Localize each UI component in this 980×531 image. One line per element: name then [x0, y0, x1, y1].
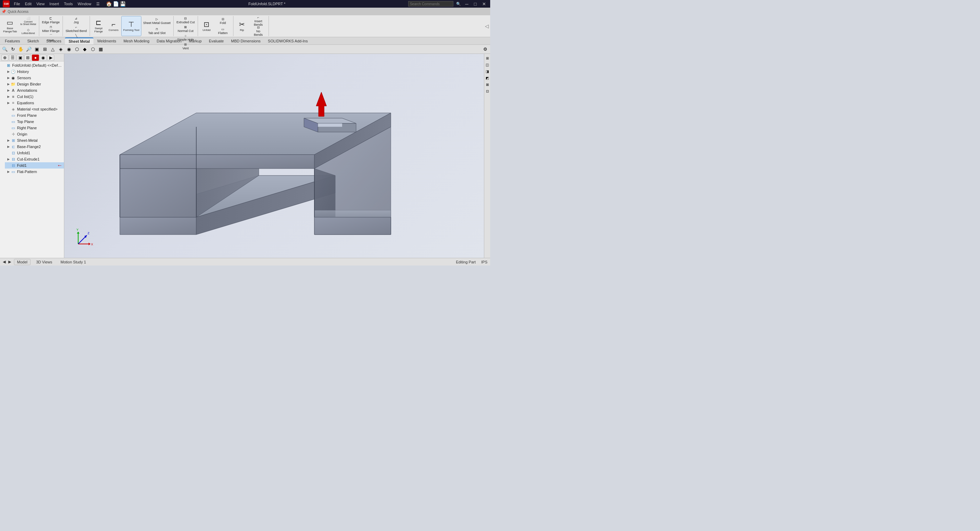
minimize-button[interactable]: ─ — [464, 2, 470, 6]
tree-item-material[interactable]: ◈ Material <not specified> — [5, 106, 64, 112]
panel-btn-add[interactable]: ⊞ — [24, 54, 31, 61]
corners-button[interactable]: ⌐ Corners — [106, 16, 121, 36]
quick-access-save[interactable]: 💾 — [120, 1, 126, 6]
tree-item-unfold1[interactable]: ⊡ Unfold1 — [5, 150, 64, 156]
tab-features[interactable]: Features — [2, 38, 23, 44]
panel-btn-play[interactable]: ▶ — [47, 54, 54, 61]
right-btn-3[interactable]: ◨ — [485, 69, 490, 74]
cmd-display1[interactable]: ◈ — [57, 46, 64, 53]
miter-flange-button[interactable]: ⊓ Miter Flange — [41, 25, 61, 33]
scroll-left[interactable]: ◀ — [3, 260, 6, 264]
maximize-button[interactable]: □ — [473, 2, 478, 6]
tab-motion-study[interactable]: Motion Study 1 — [58, 259, 89, 265]
tab-3d-views[interactable]: 3D Views — [33, 259, 55, 265]
tab-sketch[interactable]: Sketch — [24, 38, 42, 44]
cmd-zoom[interactable]: 🔎 — [25, 46, 32, 53]
right-btn-6[interactable]: ⊡ — [485, 88, 490, 94]
tree-item-root[interactable]: ⊞ FoldUnfold (Default) <<Default>_Disp — [0, 62, 64, 69]
tree-item-origin[interactable]: ✛ Origin — [5, 131, 64, 137]
panel-btn-list[interactable]: ☰ — [9, 54, 16, 61]
tree-item-base-flange2[interactable]: ▶ ⊏ Base-Flange2 — [5, 144, 64, 150]
panel-btn-dot[interactable]: ● — [32, 54, 39, 61]
rip-button[interactable]: ✂ Rip — [235, 16, 250, 36]
menu-file[interactable]: File — [12, 1, 22, 7]
menu-window[interactable]: Window — [76, 1, 94, 7]
menu-view[interactable]: View — [34, 1, 47, 7]
panel-btn-grid[interactable]: ▣ — [17, 54, 24, 61]
toolbar-pin[interactable]: 📌 — [2, 10, 6, 14]
base-flange-button[interactable]: ▭ BaseFlange/Tab — [2, 16, 19, 36]
swept-flange-button[interactable]: ⊏ SweptFlange — [91, 16, 106, 36]
toolbar-collapse[interactable]: ◁ — [485, 23, 489, 29]
tab-sheet-metal[interactable]: Sheet Metal — [65, 38, 93, 45]
quick-access-new[interactable]: 🏠 — [106, 1, 112, 6]
tree-item-right-plane[interactable]: ▭ Right Plane — [5, 125, 64, 131]
right-btn-2[interactable]: ◫ — [485, 62, 490, 67]
tree-item-design-binder[interactable]: ▶ 📁 Design Binder — [5, 81, 64, 87]
tab-addins[interactable]: SOLIDWORKS Add-Ins — [264, 38, 311, 44]
tab-mesh-modeling[interactable]: Mesh Modeling — [120, 38, 153, 44]
tab-model[interactable]: Model — [14, 259, 30, 265]
tree-item-front-plane[interactable]: ▭ Front Plane — [5, 112, 64, 118]
cmd-display2[interactable]: ◉ — [65, 46, 72, 53]
tab-mbd[interactable]: MBD Dimensions — [228, 38, 264, 44]
tab-markup[interactable]: Markup — [186, 38, 205, 44]
sheet-metal-gusset-button[interactable]: ▷ Sheet Metal Gusset — [142, 17, 172, 26]
lofted-bend-button[interactable]: ◇ Lofted-Bend — [19, 27, 38, 36]
convert-sheet-button[interactable]: ⬜ Convertto Sheet Metal — [19, 17, 38, 26]
menu-extra[interactable]: ☰ — [94, 1, 102, 7]
search-input[interactable] — [408, 1, 453, 6]
cmd-display4[interactable]: ◆ — [81, 46, 88, 53]
cmd-pan[interactable]: ✋ — [18, 46, 24, 53]
tab-slot-button[interactable]: ⊓ Tab and Slot — [142, 27, 172, 36]
jog-button[interactable]: ⊿ Jog — [64, 16, 88, 25]
cmd-view2[interactable]: ⊞ — [41, 46, 48, 53]
cmd-view1[interactable]: ▣ — [33, 46, 40, 53]
tab-evaluate[interactable]: Evaluate — [205, 38, 227, 44]
cmd-view3[interactable]: △ — [49, 46, 56, 53]
tree-item-fold1[interactable]: ⊟ Fold1 ← — [5, 162, 64, 169]
tree-item-history[interactable]: ▶ 🕐 History — [5, 69, 64, 75]
menu-tools[interactable]: Tools — [62, 1, 75, 7]
cmd-rotate[interactable]: ↻ — [10, 46, 16, 53]
flatten-button[interactable]: ▭ Flatten — [214, 27, 232, 36]
right-btn-1[interactable]: ⊞ — [485, 55, 490, 61]
tree-item-sheet-metal[interactable]: ▶ ⊞ Sheet-Metal — [5, 137, 64, 144]
tree-item-sensors[interactable]: ▶ ◉ Sensors — [5, 75, 64, 81]
tab-weldments[interactable]: Weldments — [94, 38, 120, 44]
cmd-display3[interactable]: ⬡ — [73, 46, 80, 53]
tab-surfaces[interactable]: Surfaces — [43, 38, 65, 44]
viewport[interactable]: X Y Z — [64, 54, 484, 258]
close-button[interactable]: ✕ — [481, 2, 487, 6]
edge-flange-button[interactable]: ⊏ Edge Flange — [41, 16, 61, 25]
menu-insert[interactable]: Insert — [47, 1, 61, 7]
extruded-cut-button[interactable]: ⊟ Extruded Cut — [175, 16, 196, 25]
right-btn-5[interactable]: ⊠ — [485, 82, 490, 87]
cmd-section[interactable]: ▦ — [97, 46, 104, 53]
sheet-metal-label: Sheet-Metal — [17, 138, 62, 142]
tab-data-migration[interactable]: Data Migration — [153, 38, 185, 44]
tree-item-equations[interactable]: ▶ = Equations — [5, 100, 64, 106]
forming-tool-button[interactable]: ⊤ Forming Tool — [121, 16, 142, 36]
sketched-bend-button[interactable]: ⌐ Sketched Bend — [64, 25, 88, 33]
search-icon[interactable]: 🔍 — [456, 2, 461, 6]
menu-edit[interactable]: Edit — [23, 1, 34, 7]
right-btn-4[interactable]: ◩ — [485, 75, 490, 81]
scroll-right[interactable]: ▶ — [8, 260, 11, 264]
cmd-filter[interactable]: 🔍 — [2, 46, 8, 53]
insert-bends-button[interactable]: ⌐ InsertBends — [250, 17, 267, 26]
unfold-button[interactable]: ⊡ Unfold — [199, 16, 214, 36]
tree-item-annotations[interactable]: ▶ A Annotations — [5, 87, 64, 94]
tree-item-cut-extrude1[interactable]: ▶ ⊟ Cut-Extrude1 — [5, 156, 64, 162]
normal-cut-button[interactable]: ⊠ Normal Cut — [175, 25, 196, 33]
tree-item-top-plane[interactable]: ▭ Top Plane — [5, 118, 64, 125]
no-bends-button[interactable]: ⊟ NoBends — [250, 27, 267, 36]
fold-button[interactable]: ⊟ Fold — [214, 17, 232, 26]
cmd-options[interactable]: ⚙ — [482, 46, 489, 53]
quick-access-open[interactable]: 📄 — [113, 1, 119, 6]
tree-item-flat-pattern[interactable]: ▶ ▭ Flat-Pattern — [5, 169, 64, 175]
panel-btn-filter[interactable]: ⊕ — [2, 54, 8, 61]
cmd-lights[interactable]: ⬡ — [89, 46, 96, 53]
panel-btn-circle[interactable]: ◉ — [40, 54, 46, 61]
tree-item-cut-list[interactable]: ▶ ≡ Cut list(1) — [5, 94, 64, 100]
